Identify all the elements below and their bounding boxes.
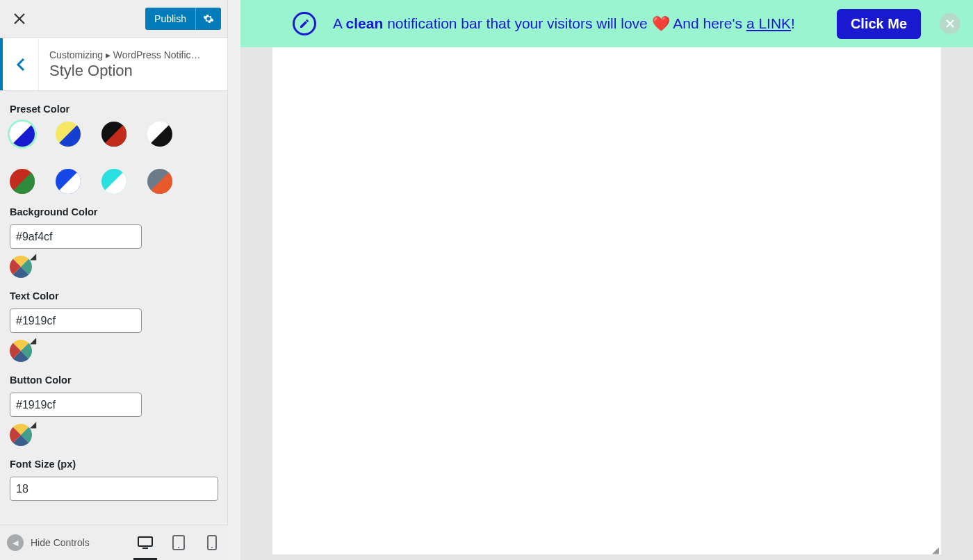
close-icon — [13, 13, 26, 25]
pencil-icon — [299, 18, 310, 29]
gear-icon — [203, 13, 214, 24]
publish-settings-button[interactable] — [195, 8, 221, 30]
panel-body: Preset Color Background Color ◢ Text Col… — [0, 91, 227, 525]
notification-text: A clean notification bar that your visit… — [333, 15, 795, 32]
text-color-input[interactable] — [10, 308, 142, 333]
text-color-label: Text Color — [10, 290, 218, 302]
notification-close-button[interactable] — [940, 13, 960, 34]
heart-icon: ❤️ — [652, 15, 670, 31]
preset-swatch-2[interactable] — [101, 122, 126, 147]
background-color-label: Background Color — [10, 206, 218, 217]
font-size-input[interactable] — [10, 477, 218, 501]
preset-swatch-0[interactable] — [10, 122, 35, 147]
hide-controls-label: Hide Controls — [31, 537, 90, 548]
preview-pane: A clean notification bar that your visit… — [240, 0, 973, 560]
device-mobile-button[interactable] — [203, 534, 221, 552]
svg-point-5 — [178, 547, 179, 548]
preset-swatch-7[interactable] — [147, 169, 172, 194]
breadcrumb: Customizing ▸ WordPress Notific… — [49, 49, 217, 60]
close-customizer-button[interactable] — [10, 10, 28, 28]
font-size-label: Font Size (px) — [10, 459, 218, 470]
preset-swatch-3[interactable] — [147, 122, 172, 147]
preset-color-label: Preset Color — [10, 104, 218, 115]
close-icon — [946, 19, 954, 28]
hide-controls-button[interactable]: ◀ Hide Controls — [7, 534, 90, 551]
preset-color-swatches — [10, 122, 218, 194]
notification-cta-button[interactable]: Click Me — [837, 9, 921, 39]
text-color-picker[interactable]: ◢ — [10, 340, 32, 362]
publish-button[interactable]: Publish — [145, 8, 195, 30]
preset-swatch-6[interactable] — [101, 169, 126, 194]
notification-bar: A clean notification bar that your visit… — [240, 0, 973, 47]
preset-swatch-5[interactable] — [56, 169, 81, 194]
customizer-sidebar: Publish Customizing ▸ WordPress Notific…… — [0, 0, 228, 525]
background-color-picker[interactable]: ◢ — [10, 256, 32, 278]
device-desktop-button[interactable] — [136, 534, 154, 552]
preset-swatch-4[interactable] — [10, 169, 35, 194]
sidebar-header: Publish — [0, 0, 227, 38]
device-tablet-button[interactable] — [170, 534, 188, 552]
panel-title: Style Option — [49, 62, 217, 80]
resize-handle[interactable]: ◢ — [932, 548, 939, 553]
mobile-icon — [207, 535, 217, 550]
svg-rect-2 — [138, 537, 152, 546]
button-color-input[interactable] — [10, 393, 142, 417]
chevron-left-icon — [16, 57, 26, 72]
tablet-icon — [172, 535, 186, 550]
svg-point-7 — [211, 547, 213, 548]
button-color-label: Button Color — [10, 374, 218, 386]
svg-rect-3 — [142, 547, 148, 549]
button-color-picker[interactable]: ◢ — [10, 424, 32, 446]
notification-link[interactable]: a LINK — [746, 15, 791, 31]
eyedropper-icon: ◢ — [30, 420, 36, 429]
eyedropper-icon: ◢ — [30, 336, 36, 345]
notification-edit-icon[interactable] — [293, 12, 316, 35]
background-color-input[interactable] — [10, 224, 142, 249]
eyedropper-icon: ◢ — [30, 252, 36, 261]
panel-header: Customizing ▸ WordPress Notific… Style O… — [0, 38, 227, 91]
desktop-icon — [137, 534, 154, 551]
collapse-icon: ◀ — [7, 534, 24, 551]
preview-content: ◢ — [272, 47, 941, 554]
preset-swatch-1[interactable] — [56, 122, 81, 147]
sidebar-footer: ◀ Hide Controls — [0, 525, 228, 560]
back-button[interactable] — [0, 38, 39, 90]
